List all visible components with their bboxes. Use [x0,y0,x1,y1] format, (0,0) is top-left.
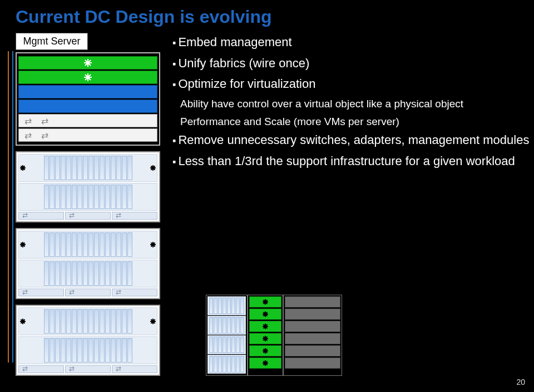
left-diagram-column: Mgmt Server [16,33,160,381]
switch-blue [18,85,157,98]
bullet-item: Embed management [172,34,534,51]
switch-green [249,321,281,332]
switch-green [249,296,281,307]
gear-icon [263,299,268,305]
bullet-item: Optimize for virtualization [172,76,534,92]
gear-icon [263,360,268,366]
blade-row [18,336,157,364]
gear-icon [150,165,156,171]
module [285,296,340,307]
blade-row [18,307,157,335]
chassis-switch-row [18,212,157,220]
switch-stack [248,295,283,376]
network-stack [16,52,160,146]
module [285,321,340,332]
switch-green [18,71,157,84]
switch-green [249,345,281,356]
gear-icon [20,319,26,324]
gear-icon [263,311,268,317]
chassis-switch-row [18,289,157,296]
module [285,309,340,320]
bullet-item: Less than 1/3rd the support infrastructu… [172,153,534,170]
patch-panel [18,114,157,127]
gear-icon [263,348,268,354]
gear-icon [20,165,26,171]
module [285,333,340,344]
bullet-sub: Ability have control over a virtual obje… [180,97,534,111]
module [285,345,340,356]
bullet-sub: Performance and Scale (more VMs per serv… [180,115,534,129]
blade-chassis [16,151,160,222]
consolidated-rack-group [206,295,342,376]
bullet-item: Remove unnecessary switches, adapters, m… [172,132,534,148]
blade-chassis [16,228,160,299]
gear-icon [263,324,268,329]
gear-icon [84,59,92,67]
module-stack [283,295,342,376]
switch-green [249,333,281,344]
blade-chassis [16,305,160,376]
gear-icon [84,73,92,81]
page-title: Current DC Design is evolving [0,0,534,33]
switch-green [18,56,157,70]
module [285,358,340,369]
page-number: 20 [516,378,525,386]
gear-icon [150,242,156,247]
chassis-switch-row [18,365,157,373]
blade-row [18,231,157,259]
mgmt-server-label: Mgmt Server [16,33,88,50]
cable-rail [8,51,13,363]
gear-icon [150,319,156,324]
blade-row [18,154,157,182]
blade-row [18,183,157,211]
bullet-item: Unify fabrics (wire once) [172,55,534,72]
blade-row [18,260,157,287]
switch-green [249,358,281,369]
gear-icon [20,242,26,247]
mini-server-chassis [206,295,248,376]
switch-blue [18,100,157,113]
switch-green [249,309,281,320]
patch-panel [18,128,157,142]
gear-icon [263,336,268,341]
